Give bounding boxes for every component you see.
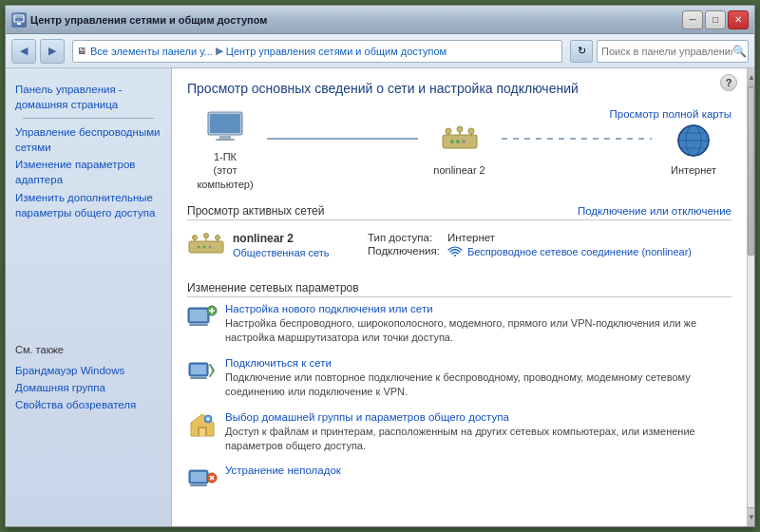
network-node-pc: 1-ПК (этот компьютер): [187, 108, 263, 191]
sidebar-link-adapter[interactable]: Изменение параметров адаптера: [15, 157, 162, 187]
connect-disconnect-link[interactable]: Подключение или отключение: [578, 205, 732, 217]
active-networks-header: Просмотр активных сетей Подключение или …: [187, 204, 732, 220]
svg-rect-4: [210, 114, 240, 133]
internet-label: Интернет: [671, 163, 716, 177]
sidebar-link-homegroup[interactable]: Домашняя группа: [15, 380, 162, 395]
sidebar-home-link[interactable]: Панель управления - домашняя страница: [15, 82, 162, 112]
svg-point-26: [216, 236, 220, 240]
connect-to-network-link[interactable]: Подключиться к сети: [225, 357, 732, 369]
address-separator: ▶: [216, 45, 223, 57]
forward-button[interactable]: ▶: [40, 39, 65, 64]
title-bar: Центр управления сетями и общим доступом…: [6, 6, 754, 34]
svg-point-30: [198, 246, 200, 249]
connection-link[interactable]: Беспроводное сетевое соединение (nonline…: [447, 245, 722, 257]
svg-point-24: [193, 236, 198, 240]
settings-title: Изменение сетевых параметров: [187, 281, 359, 294]
network-type-link[interactable]: Общественная сеть: [233, 247, 330, 258]
svg-rect-0: [14, 15, 24, 22]
settings-item-4: Устранение неполадок: [187, 465, 732, 491]
svg-rect-35: [189, 324, 208, 326]
settings-item-2-text: Подключиться к сети Подключение или повт…: [225, 357, 732, 400]
network-info-left: nonlinear 2 Общественная сеть: [187, 226, 358, 268]
main-window: Центр управления сетями и общим доступом…: [5, 5, 755, 527]
sidebar-link-wireless[interactable]: Управление беспроводными сетями: [15, 124, 162, 155]
sidebar-link-sharing[interactable]: Изменить дополнительные параметры общего…: [15, 190, 162, 220]
sidebar-link-internet-options[interactable]: Свойства обозревателя: [15, 397, 162, 412]
svg-rect-48: [191, 472, 206, 482]
maximize-button[interactable]: □: [705, 10, 726, 29]
svg-point-14: [450, 140, 454, 143]
homegroup-icon: [187, 411, 218, 438]
new-connection-icon: [187, 303, 218, 330]
access-type-label: Тип доступа:: [368, 232, 440, 243]
scroll-up-button[interactable]: ▲: [748, 68, 754, 87]
address-bar-icon: 🖥: [77, 46, 86, 56]
new-connection-link[interactable]: Настройка нового подключения или сети: [225, 303, 732, 314]
svg-rect-43: [200, 428, 205, 436]
settings-item-3-text: Выбор домашней группы и параметров общег…: [225, 411, 732, 454]
svg-point-32: [209, 246, 212, 249]
network-node-router: nonlinear 2: [422, 122, 498, 177]
pc-icon: [202, 108, 248, 146]
svg-rect-6: [216, 139, 235, 141]
pc-label: 1-ПК (этот компьютер): [187, 150, 263, 191]
network-diagram: 1-ПК (этот компьютер): [187, 108, 732, 191]
help-button[interactable]: ?: [720, 74, 737, 91]
sidebar-also-section: Брандмауэр Windows Домашняя группа Свойс…: [6, 357, 171, 418]
sidebar-main-section: Панель управления - домашняя страница Уп…: [6, 76, 171, 226]
settings-item-1-text: Настройка нового подключения или сети На…: [225, 303, 732, 346]
svg-point-10: [468, 128, 474, 134]
globe-icon: [671, 122, 716, 160]
svg-rect-2: [17, 23, 21, 25]
window-title: Центр управления сетями и общим доступом: [30, 14, 682, 26]
close-button[interactable]: ✕: [728, 10, 749, 29]
homegroup-link[interactable]: Выбор домашней группы и параметров общег…: [225, 411, 732, 423]
refresh-button[interactable]: ↻: [570, 40, 593, 63]
network-node-internet: Интернет: [656, 122, 732, 177]
search-box[interactable]: 🔍: [597, 40, 749, 63]
svg-rect-5: [219, 136, 231, 139]
scroll-track: [748, 87, 754, 507]
troubleshoot-link[interactable]: Устранение неполадок: [225, 465, 732, 476]
svg-point-31: [203, 246, 206, 249]
svg-rect-40: [191, 365, 206, 374]
svg-point-16: [462, 140, 466, 143]
back-button[interactable]: ◀: [11, 39, 36, 64]
content-panel: ? Просмотр основных сведений о сети и на…: [172, 68, 747, 526]
svg-point-8: [446, 128, 451, 134]
svg-point-25: [204, 234, 209, 238]
connections-label: Подключения:: [368, 245, 440, 257]
svg-rect-34: [190, 310, 207, 321]
address-part1[interactable]: Все элементы панели у...: [90, 46, 213, 57]
homegroup-desc: Доступ к файлам и принтерам, расположенн…: [225, 426, 695, 451]
scrollbar[interactable]: ▲ ▼: [747, 68, 754, 526]
settings-section: Изменение сетевых параметров: [187, 281, 732, 491]
new-connection-desc: Настройка беспроводного, широкополосного…: [225, 317, 696, 343]
connect-to-network-desc: Подключение или повторное подключение к …: [225, 371, 691, 397]
settings-item-3: Выбор домашней группы и параметров общег…: [187, 411, 732, 454]
router-icon: [437, 122, 483, 160]
active-network-name: nonlinear 2: [233, 232, 358, 245]
settings-item-2: Подключиться к сети Подключение или повт…: [187, 357, 732, 400]
connect-to-network-icon: [187, 357, 218, 384]
address-bar[interactable]: 🖥 Все элементы панели у... ▶ Центр управ…: [72, 40, 562, 63]
sidebar-link-firewall[interactable]: Брандмауэр Windows: [15, 363, 162, 378]
router-label: nonlinear 2: [433, 163, 484, 177]
network-details: nonlinear 2 Общественная сеть: [233, 232, 358, 259]
network-line-1: [267, 138, 418, 140]
minimize-button[interactable]: ─: [682, 10, 703, 29]
svg-rect-41: [190, 377, 207, 379]
address-part2[interactable]: Центр управления сетями и общим доступом: [226, 46, 446, 57]
svg-rect-49: [190, 484, 207, 486]
settings-header: Изменение сетевых параметров: [187, 281, 732, 297]
svg-rect-23: [189, 241, 223, 253]
scroll-down-button[interactable]: ▼: [748, 507, 754, 526]
search-icon[interactable]: 🔍: [732, 45, 747, 58]
window-controls: ─ □ ✕: [682, 10, 749, 29]
active-network-icon: [187, 232, 225, 262]
scroll-thumb[interactable]: [748, 87, 754, 256]
search-input[interactable]: [601, 46, 732, 57]
view-full-map-link[interactable]: Просмотр полной карты: [609, 108, 732, 120]
settings-item-4-text: Устранение неполадок: [225, 465, 732, 478]
main-area: Панель управления - домашняя страница Уп…: [6, 68, 754, 526]
